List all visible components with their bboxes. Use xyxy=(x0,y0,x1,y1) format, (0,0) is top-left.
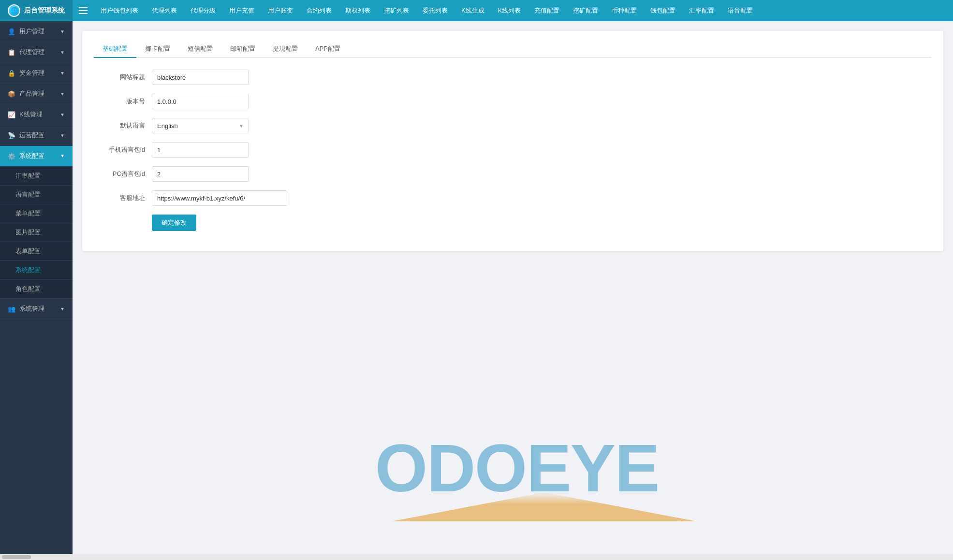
nav-item-mining-list[interactable]: 挖矿列表 xyxy=(377,0,416,21)
sidebar-icon-fund-mgmt: 🔒 xyxy=(8,70,15,77)
nav-item-user-recharge[interactable]: 用户充值 xyxy=(222,0,261,21)
chevron-icon-sys-mgmt: ▼ xyxy=(60,306,65,312)
nav-item-voice-config[interactable]: 语音配置 xyxy=(721,0,760,21)
default-lang-label: 默认语言 xyxy=(94,121,152,130)
sidebar-item-inner: 🔒 资金管理 xyxy=(8,69,44,77)
sidebar-item-fund-mgmt[interactable]: 🔒 资金管理 ▼ xyxy=(0,63,73,84)
chevron-icon-sys-config: ▲ xyxy=(60,154,65,159)
sidebar-item-product-mgmt[interactable]: 📦 产品管理 ▼ xyxy=(0,84,73,104)
sidebar-sub-item-menu-config[interactable]: 菜单配置 xyxy=(0,204,73,223)
version-label: 版本号 xyxy=(94,97,152,106)
sidebar-label-sys-mgmt: 系统管理 xyxy=(19,304,44,313)
sidebar-label-sys-config: 系统配置 xyxy=(19,152,44,160)
version-row: 版本号 xyxy=(94,94,932,109)
mobile-lang-label: 手机语言包id xyxy=(94,145,152,154)
chevron-icon-agent-mgmt: ▼ xyxy=(60,50,65,55)
site-title-label: 网站标题 xyxy=(94,73,152,82)
pc-lang-input[interactable] xyxy=(152,166,249,182)
tab-app[interactable]: APP配置 xyxy=(307,41,349,58)
default-lang-select[interactable]: English 中文 日本語 xyxy=(152,118,249,133)
customer-url-input[interactable] xyxy=(152,190,287,206)
customer-url-label: 客服地址 xyxy=(94,194,152,202)
mobile-lang-input[interactable] xyxy=(152,142,249,158)
tab-sms[interactable]: 短信配置 xyxy=(179,41,221,58)
hamburger-icon xyxy=(79,7,88,14)
sidebar-item-sys-config[interactable]: ⚙️ 系统配置 ▲ xyxy=(0,146,73,167)
nav-item-coin-config[interactable]: 币种配置 xyxy=(605,0,644,21)
sidebar-item-sys-mgmt[interactable]: 👥 系统管理 ▼ xyxy=(0,299,73,319)
chevron-icon-ops-config: ▼ xyxy=(60,133,65,138)
top-nav: 🌐 后台管理系统 用户钱包列表代理列表代理分级用户充值用户账变合约列表期权列表挖… xyxy=(0,0,953,21)
sidebar-icon-sys-config: ⚙️ xyxy=(8,153,15,160)
tab-basic[interactable]: 基础配置 xyxy=(94,41,136,58)
sidebar-item-ops-config[interactable]: 📡 运营配置 ▼ xyxy=(0,125,73,146)
sidebar-item-inner: 👥 系统管理 xyxy=(8,304,44,313)
sidebar-sub-item-img-config[interactable]: 图片配置 xyxy=(0,223,73,242)
sidebar-sub-item-form-config[interactable]: 表单配置 xyxy=(0,242,73,261)
mobile-lang-row: 手机语言包id xyxy=(94,142,932,158)
sidebar-label-user-mgmt: 用户管理 xyxy=(19,27,44,36)
pc-lang-row: PC语言包id xyxy=(94,166,932,182)
sidebar-icon-agent-mgmt: 📋 xyxy=(8,49,15,56)
tab-card[interactable]: 挪卡配置 xyxy=(136,41,179,58)
sidebar-label-fund-mgmt: 资金管理 xyxy=(19,69,44,77)
sidebar-sub-item-system-config[interactable]: 系统配置 xyxy=(0,261,73,280)
site-title-row: 网站标题 xyxy=(94,70,932,85)
content-area: 基础配置挪卡配置短信配置邮箱配置提现配置APP配置 网站标题 版本号 默认语言 … xyxy=(73,21,953,560)
nav-item-user-change[interactable]: 用户账变 xyxy=(261,0,300,21)
submit-row: 确定修改 xyxy=(94,215,932,231)
logo-area: 🌐 后台管理系统 xyxy=(0,0,73,21)
nav-item-agent-level[interactable]: 代理分级 xyxy=(184,0,222,21)
sidebar: 👤 用户管理 ▼ 📋 代理管理 ▼ 🔒 资金管理 ▼ 📦 产品管理 ▼ 📈 K线… xyxy=(0,21,73,560)
bottom-scrollbar[interactable] xyxy=(0,554,953,560)
sidebar-icon-kline-mgmt: 📈 xyxy=(8,111,15,118)
sidebar-sub-item-rate-config[interactable]: 汇率配置 xyxy=(0,167,73,186)
sidebar-item-kline-mgmt[interactable]: 📈 K线管理 ▼ xyxy=(0,104,73,125)
site-title-input[interactable] xyxy=(152,70,249,85)
sidebar-sub-item-role-config[interactable]: 角色配置 xyxy=(0,280,73,299)
nav-item-agent-list[interactable]: 代理列表 xyxy=(145,0,184,21)
tab-bar: 基础配置挪卡配置短信配置邮箱配置提现配置APP配置 xyxy=(94,41,932,58)
chevron-icon-fund-mgmt: ▼ xyxy=(60,71,65,76)
sidebar-icon-ops-config: 📡 xyxy=(8,132,15,139)
main-layout: 👤 用户管理 ▼ 📋 代理管理 ▼ 🔒 资金管理 ▼ 📦 产品管理 ▼ 📈 K线… xyxy=(0,21,953,560)
sidebar-item-agent-mgmt[interactable]: 📋 代理管理 ▼ xyxy=(0,42,73,63)
sidebar-label-ops-config: 运营配置 xyxy=(19,131,44,140)
sidebar-item-user-mgmt[interactable]: 👤 用户管理 ▼ xyxy=(0,21,73,42)
menu-toggle-button[interactable] xyxy=(73,0,94,21)
nav-item-user-wallet[interactable]: 用户钱包列表 xyxy=(94,0,145,21)
submit-button[interactable]: 确定修改 xyxy=(152,215,196,231)
app-title: 后台管理系统 xyxy=(24,6,65,15)
sidebar-item-inner: 👤 用户管理 xyxy=(8,27,44,36)
tab-email[interactable]: 邮箱配置 xyxy=(221,41,264,58)
tab-withdraw[interactable]: 提现配置 xyxy=(264,41,307,58)
sidebar-label-product-mgmt: 产品管理 xyxy=(19,89,44,98)
chevron-icon-user-mgmt: ▼ xyxy=(60,29,65,34)
default-lang-select-wrapper: English 中文 日本語 ▼ xyxy=(152,118,249,133)
chevron-icon-product-mgmt: ▼ xyxy=(60,91,65,97)
nav-item-wallet-config[interactable]: 钱包配置 xyxy=(644,0,682,21)
sidebar-icon-user-mgmt: 👤 xyxy=(8,28,15,35)
nav-item-mining-config[interactable]: 挖矿配置 xyxy=(566,0,605,21)
nav-item-kline-gen[interactable]: K线生成 xyxy=(455,0,491,21)
nav-item-entrust-list[interactable]: 委托列表 xyxy=(416,0,455,21)
version-input[interactable] xyxy=(152,94,249,109)
chevron-icon-kline-mgmt: ▼ xyxy=(60,112,65,117)
sidebar-item-inner: ⚙️ 系统配置 xyxy=(8,152,44,160)
nav-item-kline-list[interactable]: K线列表 xyxy=(491,0,528,21)
sidebar-sub-item-lang-config[interactable]: 语言配置 xyxy=(0,186,73,204)
basic-config-form: 网站标题 版本号 默认语言 English 中文 日本語 ▼ xyxy=(94,70,932,231)
sidebar-label-kline-mgmt: K线管理 xyxy=(19,110,43,119)
nav-item-contract-list[interactable]: 合约列表 xyxy=(300,0,338,21)
sidebar-icon-sys-mgmt: 👥 xyxy=(8,305,15,313)
nav-item-rate-config[interactable]: 汇率配置 xyxy=(682,0,721,21)
nav-item-recharge-config[interactable]: 充值配置 xyxy=(528,0,566,21)
pc-lang-label: PC语言包id xyxy=(94,170,152,178)
nav-item-options-list[interactable]: 期权列表 xyxy=(338,0,377,21)
logo-globe-icon: 🌐 xyxy=(8,4,20,17)
sidebar-item-inner: 📦 产品管理 xyxy=(8,89,44,98)
sidebar-icon-product-mgmt: 📦 xyxy=(8,90,15,98)
sidebar-item-inner: 📡 运营配置 xyxy=(8,131,44,140)
default-lang-row: 默认语言 English 中文 日本語 ▼ xyxy=(94,118,932,133)
scrollbar-thumb[interactable] xyxy=(2,555,31,559)
